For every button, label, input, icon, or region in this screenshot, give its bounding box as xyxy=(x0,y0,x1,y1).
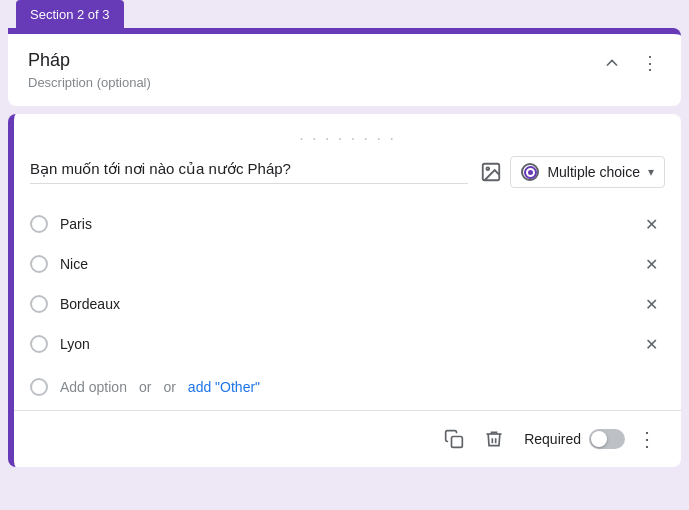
section-title: Pháp xyxy=(28,50,661,71)
add-image-button[interactable] xyxy=(480,161,502,183)
radio-inner xyxy=(526,168,535,177)
list-item: Paris ✕ xyxy=(30,204,665,244)
option-delete-button[interactable]: ✕ xyxy=(637,290,665,318)
option-label: Lyon xyxy=(60,336,625,352)
delete-button[interactable] xyxy=(476,421,512,457)
chevron-down-icon: ▾ xyxy=(648,165,654,179)
add-option-radio xyxy=(30,378,48,396)
question-text-input[interactable] xyxy=(30,156,468,184)
list-item: Lyon ✕ xyxy=(30,324,665,364)
section-collapse-button[interactable] xyxy=(597,48,627,78)
option-delete-button[interactable]: ✕ xyxy=(637,210,665,238)
question-card: · · · · · · · · Multiple choice ▾ xyxy=(8,114,681,467)
question-type-select[interactable]: Multiple choice ▾ xyxy=(510,156,665,188)
add-option-or-label: or xyxy=(163,379,175,395)
svg-point-1 xyxy=(487,167,490,170)
question-right-controls: Multiple choice ▾ xyxy=(480,156,665,188)
add-other-link[interactable]: add "Other" xyxy=(188,379,260,395)
option-radio xyxy=(30,295,48,313)
question-top-row: Multiple choice ▾ xyxy=(30,156,665,188)
option-label: Bordeaux xyxy=(60,296,625,312)
section-actions: ⋮ xyxy=(597,48,665,78)
required-section: Required xyxy=(524,429,625,449)
add-option-row: Add option or or add "Other" xyxy=(30,372,665,410)
option-label: Nice xyxy=(60,256,625,272)
option-radio xyxy=(30,255,48,273)
list-item: Bordeaux ✕ xyxy=(30,284,665,324)
radio-icon xyxy=(521,163,539,181)
option-radio xyxy=(30,335,48,353)
svg-rect-2 xyxy=(452,437,463,448)
options-list: Paris ✕ Nice ✕ Bordeaux ✕ Lyon ✕ xyxy=(30,204,665,364)
question-input-wrap xyxy=(30,156,468,184)
section-more-button[interactable]: ⋮ xyxy=(635,48,665,78)
question-type-label: Multiple choice xyxy=(547,164,640,180)
option-delete-button[interactable]: ✕ xyxy=(637,330,665,358)
option-delete-button[interactable]: ✕ xyxy=(637,250,665,278)
list-item: Nice ✕ xyxy=(30,244,665,284)
add-option-text[interactable]: Add option xyxy=(60,379,127,395)
section-badge: Section 2 of 3 xyxy=(16,0,124,28)
option-radio xyxy=(30,215,48,233)
section-card: ⋮ Pháp Description (optional) xyxy=(8,28,681,106)
toggle-knob xyxy=(591,431,607,447)
add-option-or: or xyxy=(139,379,151,395)
section-description: Description (optional) xyxy=(28,75,661,90)
required-toggle[interactable] xyxy=(589,429,625,449)
footer-more-button[interactable]: ⋮ xyxy=(629,421,665,457)
question-footer: Required ⋮ xyxy=(30,411,665,467)
more-icon: ⋮ xyxy=(637,427,657,451)
copy-button[interactable] xyxy=(436,421,472,457)
option-label: Paris xyxy=(60,216,625,232)
required-label: Required xyxy=(524,431,581,447)
drag-handle: · · · · · · · · xyxy=(30,130,665,148)
